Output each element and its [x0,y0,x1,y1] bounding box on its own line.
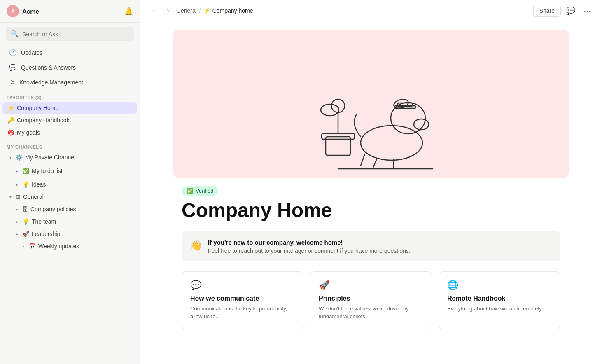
share-button[interactable]: Share [533,5,561,17]
sidebar-item-my-private-channel[interactable]: ▾ ⚙️ My Private Channel [2,152,137,163]
verified-check-icon: ✅ [187,188,193,194]
brand[interactable]: A Acme [7,5,39,17]
sidebar-item-updates-label: Updates [21,49,42,56]
verified-badge: ✅ Verified [182,186,218,196]
brand-name: Acme [22,8,39,15]
card-remote-handbook-text: Everything about how we work remotely... [447,305,552,313]
svg-point-4 [331,99,345,112]
chevron-right-icon: ▸ [21,244,26,249]
main-panel: ‹ › General / ⚡ Company home Share 💬 ⋯ [140,0,602,364]
sidebar-item-the-team-label: The team [32,218,132,225]
search-icon: 🔍 [11,30,19,38]
svg-point-5 [361,126,422,160]
back-button[interactable]: ‹ [148,5,160,16]
card-communicate[interactable]: 💬 How we communicate Communication is th… [182,271,303,329]
card-communicate-title: How we communicate [190,295,295,302]
sidebar-item-company-home[interactable]: ⚡ Company Home [2,102,137,114]
chevron-right-icon: ▸ [14,169,20,173]
breadcrumb-current-label: Company home [212,7,253,14]
comment-button[interactable]: 💬 [564,4,577,17]
card-communicate-text: Communication is the key to productivity… [190,305,295,321]
sidebar-item-updates[interactable]: 🕐 Updates [2,46,137,60]
sidebar-item-ideas[interactable]: ▸ 💡 Ideas [2,179,137,190]
card-remote-handbook[interactable]: 🌐 Remote Handbook Everything about how w… [439,271,560,329]
more-options-button[interactable]: ⋯ [581,4,594,17]
card-principles[interactable]: 🚀 Principles We don't force values, we'r… [310,271,432,329]
sidebar-item-my-private-channel-label: My Private Channel [25,154,132,161]
sidebar-item-my-goals[interactable]: 🎯 My goals [2,127,137,138]
cards-row: 💬 How we communicate Communication is th… [182,271,560,329]
welcome-box: 👋 If you're new to our company, welcome … [182,231,560,261]
chevron-down-icon: ▾ [7,155,13,160]
card-principles-title: Principles [319,295,423,302]
page-content: ✅ Verified Company Home 👋 If you're new … [173,178,569,346]
cabinet-icon: 🗄 [22,206,28,212]
key-icon: 🔑 [7,117,14,124]
brand-avatar: A [7,5,19,17]
welcome-text: Feel free to reach out to your manager o… [208,247,411,254]
search-placeholder-text: Search or Ask [22,31,58,37]
chevron-right-icon: ▸ [14,232,20,236]
sidebar-item-general-label: General [23,194,132,200]
rocket-icon: 🚀 [22,231,29,237]
forward-button[interactable]: › [162,5,174,16]
sidebar-item-my-to-do-list-label: My to do list [32,168,110,174]
calendar-icon: 📅 [29,243,36,250]
sidebar-item-km[interactable]: 🗂 Knowledge Management [2,75,137,89]
lightning-breadcrumb-icon: ⚡ [203,7,210,14]
bulb-icon: 💡 [22,181,29,188]
chevron-down-icon: ▾ [7,195,13,199]
sidebar-item-company-policies-label: Company policies [30,206,132,212]
sidebar-item-leadership[interactable]: ▸ 🚀 Leadership [2,228,137,240]
sidebar-item-km-label: Knowledge Management [19,79,83,86]
bulb-icon: 💡 [22,218,29,225]
more-options-button[interactable]: ⋯ [112,167,121,175]
search-bar[interactable]: 🔍 Search or Ask [6,27,134,41]
chevron-right-icon: ▸ [14,207,20,212]
sidebar-item-qa-label: Questions & Answers [21,64,76,71]
checkbox-icon: ✅ [22,168,29,174]
sidebar-item-qa[interactable]: 💬 Questions & Answers [2,61,137,75]
hero-banner [173,30,569,178]
favorites-section-label: FAVORITES (3) [0,89,140,102]
chevron-right-icon: ▸ [14,219,20,224]
topbar: ‹ › General / ⚡ Company home Share 💬 ⋯ [140,0,602,21]
breadcrumb-current: ⚡ Company home [203,7,253,14]
target-icon: 🎯 [7,129,14,136]
verified-label: Verified [196,188,213,194]
sidebar-item-company-handbook-label: Company Handbook [17,117,132,124]
add-button[interactable]: ＋ [123,166,132,175]
content-area: ✅ Verified Company Home 👋 If you're new … [140,21,602,364]
sidebar-item-leadership-label: Leadership [32,231,132,237]
svg-line-13 [361,154,365,166]
sidebar-item-my-to-do-list[interactable]: ▸ ✅ My to do list ⋯ ＋ [2,164,137,178]
sidebar-item-weekly-updates-label: Weekly updates [38,243,132,250]
card-remote-handbook-title: Remote Handbook [447,295,552,302]
sidebar-item-weekly-updates[interactable]: ▸ 📅 Weekly updates [2,240,137,252]
grid-icon: ⊞ [16,194,21,200]
wave-emoji: 👋 [190,240,202,251]
sidebar-item-ideas-label: Ideas [32,181,132,188]
sidebar-item-company-home-label: Company Home [17,105,132,111]
sidebar-item-company-policies[interactable]: ▸ 🗄 Company policies [2,203,137,215]
topbar-left: ‹ › General / ⚡ Company home [148,5,253,16]
notifications-bell-icon[interactable]: 🔔 [124,7,133,16]
sidebar-item-the-team[interactable]: ▸ 💡 The team [2,216,137,227]
svg-point-3 [321,104,339,116]
sidebar: A Acme 🔔 🔍 Search or Ask 🕐 Updates 💬 Que… [0,0,140,364]
channels-section-label: MY CHANNELS [0,139,140,151]
sidebar-item-general[interactable]: ▾ ⊞ General [2,191,137,203]
chat-icon: 💬 [9,64,17,71]
topbar-right: Share 💬 ⋯ [533,4,594,17]
sidebar-item-my-goals-label: My goals [17,129,132,136]
gear-icon: ⚙️ [16,154,23,161]
sidebar-header: A Acme 🔔 [0,0,140,23]
breadcrumb-parent[interactable]: General [176,7,197,14]
card-principles-text: We don't force values, we're driven by f… [319,305,423,321]
dog-illustration [173,30,569,178]
lightning-icon: ⚡ [7,105,14,111]
sidebar-item-company-handbook[interactable]: 🔑 Company Handbook [2,114,137,126]
welcome-content: If you're new to our company, welcome ho… [208,239,411,254]
welcome-title: If you're new to our company, welcome ho… [208,239,411,246]
svg-line-11 [373,158,377,168]
